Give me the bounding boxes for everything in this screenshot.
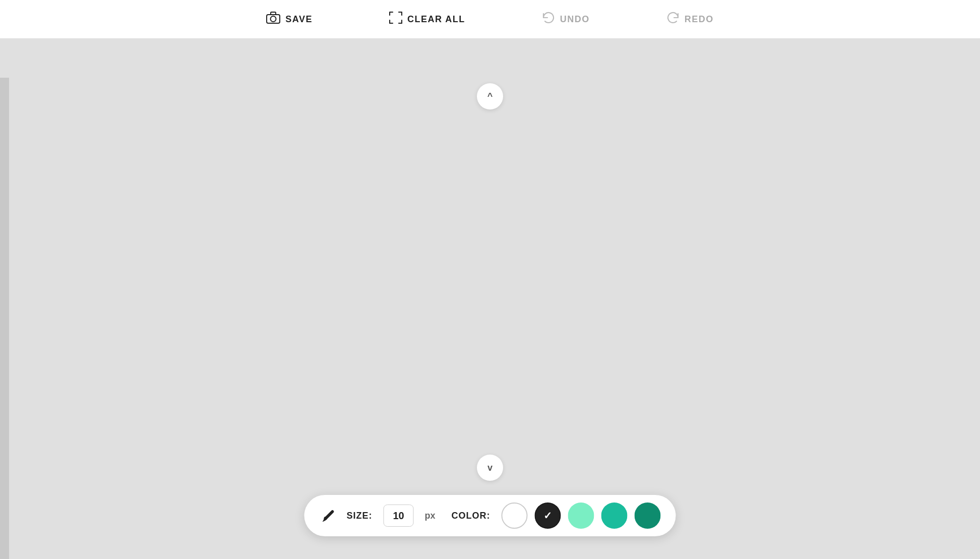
chevron-down-icon: v xyxy=(487,463,493,473)
undo-button[interactable]: UNDO xyxy=(534,7,598,31)
collapse-top-button[interactable]: ^ xyxy=(477,83,503,109)
redo-label: REDO xyxy=(685,14,714,25)
collapse-bottom-button[interactable]: v xyxy=(477,455,503,481)
chevron-up-icon: ^ xyxy=(487,91,493,102)
color-label: COLOR: xyxy=(452,511,491,521)
color-swatch-dark-teal[interactable] xyxy=(635,502,661,529)
redo-icon xyxy=(666,11,680,27)
clear-all-label: CLEAR ALL xyxy=(407,14,465,25)
px-label: px xyxy=(425,511,436,521)
camera-icon xyxy=(266,12,280,27)
clear-all-icon xyxy=(389,11,402,27)
clear-all-button[interactable]: CLEAR ALL xyxy=(381,7,473,31)
color-swatch-white[interactable] xyxy=(502,502,528,529)
brush-icon xyxy=(319,508,335,524)
save-label: SAVE xyxy=(285,14,313,25)
undo-icon xyxy=(542,11,555,27)
color-swatch-black[interactable]: ✓ xyxy=(535,502,561,529)
svg-rect-2 xyxy=(271,12,276,15)
undo-label: UNDO xyxy=(560,14,590,25)
color-swatches: ✓ xyxy=(502,502,661,529)
size-input[interactable] xyxy=(384,505,414,527)
drawing-toolbar: SIZE: px COLOR: ✓ xyxy=(304,495,676,536)
size-label: SIZE: xyxy=(346,511,372,521)
color-swatch-teal[interactable] xyxy=(601,502,628,529)
top-toolbar: SAVE CLEAR ALL UNDO xyxy=(0,0,980,39)
canvas-area[interactable]: ^ v xyxy=(0,39,980,559)
redo-button[interactable]: REDO xyxy=(658,7,722,31)
svg-point-1 xyxy=(271,16,276,22)
color-swatch-light-green[interactable] xyxy=(568,502,594,529)
save-button[interactable]: SAVE xyxy=(258,8,321,31)
left-sidebar-bar xyxy=(0,78,9,559)
